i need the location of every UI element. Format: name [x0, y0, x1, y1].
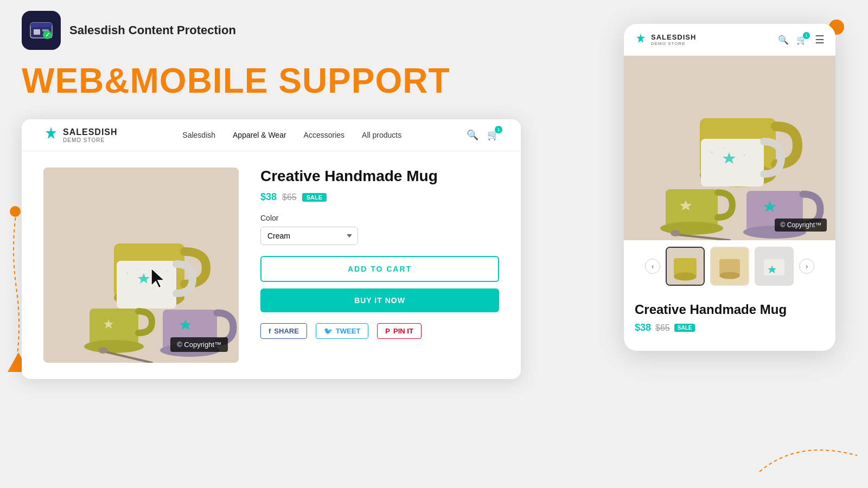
svg-point-41	[671, 230, 680, 236]
cursor-indicator	[149, 266, 169, 292]
svg-point-19	[84, 340, 144, 353]
add-to-cart-button[interactable]: ADD TO CART	[260, 256, 499, 282]
deco-dashes-right	[754, 434, 863, 477]
svg-rect-3	[34, 29, 40, 35]
app-icon: ✓	[22, 11, 61, 50]
mobile-search-icon[interactable]: 🔍	[778, 35, 789, 45]
price-original: $65	[282, 192, 297, 202]
svg-point-32	[724, 147, 725, 149]
cart-badge: 1	[495, 126, 502, 133]
product-title: Creative Handmade Mug	[260, 168, 499, 185]
price-row: $38 $65 SALE	[260, 191, 499, 203]
mobile-logo: SALESDISH DEMO STORE	[635, 33, 696, 47]
mobile-logo-text: SALESDISH DEMO STORE	[651, 33, 696, 46]
store-brand: SALESDISH	[63, 127, 118, 137]
pinterest-icon: P	[385, 327, 390, 335]
color-label: Color	[260, 214, 499, 222]
nav-link-accessories[interactable]: Accessories	[304, 131, 344, 139]
sale-badge: SALE	[302, 193, 327, 202]
mobile-product-title: Creative Handmade Mug	[635, 301, 825, 318]
svg-point-24	[98, 347, 108, 354]
search-icon[interactable]: 🔍	[467, 129, 478, 141]
svg-text:✓: ✓	[45, 31, 50, 38]
thumbnail-1[interactable]	[666, 247, 705, 286]
mobile-mockup: SALESDISH DEMO STORE 🔍 🛒 1 ☰	[624, 24, 835, 351]
mobile-icons: 🔍 🛒 1 ☰	[778, 33, 825, 46]
mobile-copyright-badge: © Copyright™	[775, 219, 827, 232]
nav-link-all-products[interactable]: All products	[362, 131, 401, 139]
product-image	[43, 168, 239, 363]
mobile-price-row: $38 $65 SALE	[635, 322, 825, 333]
mobile-logo-icon	[635, 33, 647, 47]
svg-rect-2	[30, 23, 52, 27]
app-name: Salesdish Content Protection	[69, 23, 236, 37]
buy-now-button[interactable]: BUY IT NOW	[260, 288, 499, 312]
share-facebook-button[interactable]: f SHARE	[260, 323, 307, 339]
desktop-mockup: SALESDISH DEMO STORE Salesdish Apparel &…	[22, 119, 521, 379]
mobile-price-original: $65	[655, 323, 670, 333]
svg-point-13	[126, 272, 129, 274]
mobile-sub: DEMO STORE	[651, 41, 696, 46]
mobile-sale-badge: SALE	[674, 324, 695, 332]
twitter-icon: 🐦	[324, 327, 333, 335]
svg-point-14	[138, 269, 139, 271]
nav-link-salesdish[interactable]: Salesdish	[182, 131, 215, 139]
svg-point-36	[660, 222, 723, 235]
mobile-product-svg	[624, 56, 835, 240]
facebook-icon: f	[269, 327, 271, 335]
share-row: f SHARE 🐦 TWEET P PIN IT	[260, 323, 499, 339]
svg-rect-52	[764, 259, 784, 275]
mobile-price-current: $38	[635, 322, 651, 333]
mobile-menu-icon[interactable]: ☰	[815, 33, 825, 46]
store-nav: Salesdish Apparel & Wear Accessories All…	[182, 131, 401, 139]
share-pinterest-button[interactable]: P PIN IT	[377, 323, 422, 339]
mobile-product-image: © Copyright™	[624, 56, 835, 240]
store-logo-text: SALESDISH DEMO STORE	[63, 127, 118, 143]
product-section: © Copyright™ Creative Handmade Mug $38 $…	[22, 151, 521, 379]
thumb-next-button[interactable]: ›	[799, 259, 814, 274]
mobile-header: SALESDISH DEMO STORE 🔍 🛒 1 ☰	[624, 24, 835, 56]
mobile-brand: SALESDISH	[651, 33, 696, 41]
nav-link-apparel[interactable]: Apparel & Wear	[233, 131, 286, 139]
mobile-cart-wrap[interactable]: 🛒 1	[796, 35, 807, 45]
thumbnail-3[interactable]	[755, 247, 794, 286]
store-nav-icons: 🔍 🛒 1	[467, 129, 499, 141]
product-image-wrap: © Copyright™	[43, 168, 239, 363]
copyright-badge-desktop: © Copyright™	[170, 337, 228, 352]
svg-point-33	[743, 154, 745, 156]
cart-icon-wrap[interactable]: 🛒 1	[487, 129, 499, 141]
svg-point-49	[719, 272, 740, 279]
svg-point-45	[674, 272, 697, 280]
store-logo: SALESDISH DEMO STORE	[43, 126, 118, 144]
store-header: SALESDISH DEMO STORE Salesdish Apparel &…	[22, 119, 521, 151]
color-select[interactable]: Cream Yellow Purple	[260, 227, 358, 245]
share-twitter-button[interactable]: 🐦 TWEET	[316, 323, 369, 339]
product-details: Creative Handmade Mug $38 $65 SALE Color…	[260, 168, 499, 363]
price-current: $38	[260, 191, 277, 203]
thumb-prev-button[interactable]: ‹	[645, 259, 660, 274]
thumbnail-2[interactable]	[710, 247, 749, 286]
mobile-product-info: Creative Handmade Mug $38 $65 SALE	[624, 292, 835, 338]
mobile-thumbnails: ‹ ›	[624, 240, 835, 292]
store-logo-icon	[43, 126, 59, 144]
store-sub: DEMO STORE	[63, 137, 118, 143]
mobile-cart-badge: 1	[803, 32, 810, 39]
svg-point-31	[711, 151, 713, 153]
